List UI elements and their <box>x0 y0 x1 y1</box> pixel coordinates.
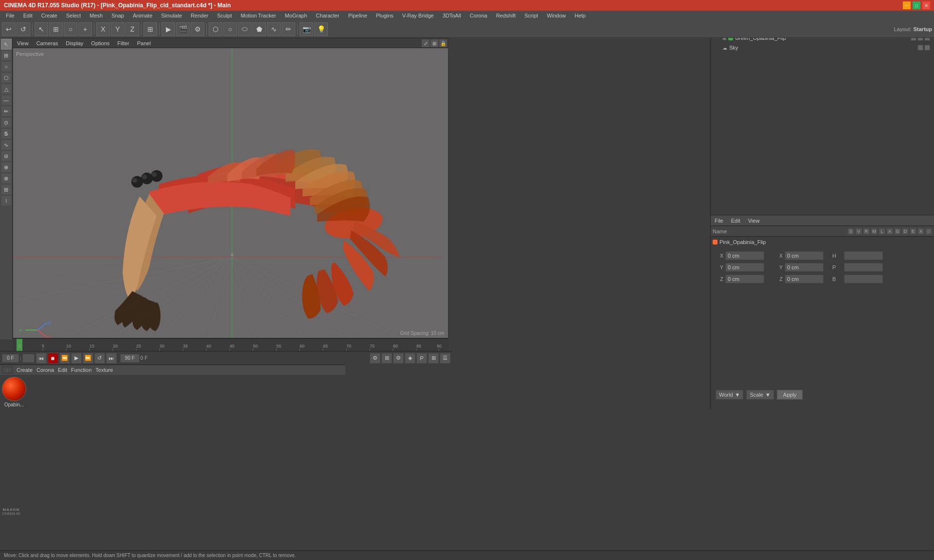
viewport-canvas[interactable]: Perspective <box>13 48 448 338</box>
menu-item-redshift[interactable]: Redshift <box>492 12 520 19</box>
loop-button[interactable]: ↺ <box>94 353 105 364</box>
attr-icon-r[interactable]: R <box>863 228 870 235</box>
left-tool-box[interactable]: ⊞ <box>1 50 12 61</box>
mat-gripper[interactable]: ⋮ <box>2 367 13 373</box>
sketch-button[interactable]: ✏ <box>282 22 295 36</box>
y-pos-input[interactable] <box>725 263 764 272</box>
material-sphere[interactable] <box>2 377 26 401</box>
mat-menu-edit[interactable]: Edit <box>58 367 67 373</box>
playback-settings-btn7[interactable]: ☰ <box>440 353 450 364</box>
attr-menu-edit[interactable]: Edit <box>729 217 742 225</box>
menu-item-animate[interactable]: Animate <box>129 12 156 19</box>
object-mode-button[interactable]: ⊞ <box>144 22 157 36</box>
menu-item-select[interactable]: Select <box>62 12 85 19</box>
maximize-button[interactable]: □ <box>913 1 920 9</box>
viewport-lock-icon[interactable]: 🔒 <box>439 39 447 47</box>
world-dropdown[interactable]: World ▼ <box>716 390 743 400</box>
rotate-tool-button[interactable]: ⊞ <box>49 22 63 36</box>
goto-end-button[interactable]: ⏭ <box>106 353 117 364</box>
menu-item-plugins[interactable]: Plugins <box>372 12 397 19</box>
mat-menu-texture[interactable]: Texture <box>95 367 113 373</box>
attr-pink-opabinia-row[interactable]: Pink_Opabinia_Flip <box>711 237 934 247</box>
current-frame-input[interactable] <box>2 354 19 363</box>
attr-icon-a[interactable]: A <box>886 228 893 235</box>
menu-item-character[interactable]: Character <box>312 12 343 19</box>
left-tool-poly[interactable]: △ <box>1 84 12 94</box>
attr-icon-m[interactable]: M <box>871 228 878 235</box>
playback-settings-btn1[interactable]: ⚙ <box>370 353 380 364</box>
playback-settings-btn2[interactable]: ⊞ <box>381 353 392 364</box>
h-input[interactable] <box>844 251 883 260</box>
close-button[interactable]: ✕ <box>922 1 930 9</box>
playback-settings-btn5[interactable]: P <box>416 353 427 364</box>
fps-input[interactable] <box>22 354 35 363</box>
left-tool-path[interactable]: — <box>1 95 12 105</box>
next-frame-button[interactable]: ⏩ <box>83 353 93 364</box>
menu-item-simulate[interactable]: Simulate <box>157 12 186 19</box>
viewport-expand-icon[interactable]: ⤢ <box>422 39 430 47</box>
plane-button[interactable]: ⬟ <box>252 22 266 36</box>
playback-settings-btn3[interactable]: ⚙ <box>393 353 404 364</box>
left-tool-wave[interactable]: ∿ <box>1 140 12 150</box>
left-tool-s[interactable]: S <box>1 128 12 139</box>
z-rot-input[interactable] <box>785 275 824 283</box>
sphere-button[interactable]: ○ <box>223 22 237 36</box>
z-pos-input[interactable] <box>725 275 764 283</box>
move-tool-button[interactable]: ↖ <box>35 22 48 36</box>
menu-item-mograph[interactable]: MoGraph <box>281 12 311 19</box>
left-tool-move[interactable]: ↖ <box>1 39 12 50</box>
attr-icon-star[interactable]: ☆ <box>925 228 932 235</box>
x-axis-button[interactable]: X <box>96 22 110 36</box>
sky-tag1[interactable] <box>917 45 923 51</box>
left-tool-circle[interactable]: ○ <box>1 61 12 72</box>
viewport-menu-options[interactable]: Options <box>89 40 111 46</box>
left-tool-minus[interactable]: ⊘ <box>1 151 12 161</box>
mat-menu-function[interactable]: Function <box>71 367 91 373</box>
p-input[interactable] <box>844 263 883 272</box>
minimize-button[interactable]: ─ <box>903 1 911 9</box>
cube-button[interactable]: ⬡ <box>209 22 222 36</box>
attr-icon-s[interactable]: S <box>847 228 854 235</box>
scale-dropdown[interactable]: Scale ▼ <box>746 390 773 400</box>
cylinder-button[interactable]: ⬭ <box>238 22 251 36</box>
x-pos-input[interactable] <box>725 251 764 260</box>
y-rot-input[interactable] <box>785 263 824 272</box>
menu-item-window[interactable]: Window <box>543 12 570 19</box>
menu-item-corona[interactable]: Corona <box>466 12 491 19</box>
attr-icon-v[interactable]: V <box>855 228 862 235</box>
z-axis-button[interactable]: Z <box>126 22 139 36</box>
x-rot-input[interactable] <box>785 251 824 260</box>
menu-item-render[interactable]: Render <box>187 12 212 19</box>
prev-frame-button[interactable]: ⏪ <box>59 353 70 364</box>
viewport-menu-panel[interactable]: Panel <box>135 40 153 46</box>
viewport-menu-filter[interactable]: Filter <box>115 40 131 46</box>
y-axis-button[interactable]: Y <box>111 22 125 36</box>
redo-button[interactable]: ↺ <box>17 22 30 36</box>
attr-icon-x[interactable]: X <box>917 228 924 235</box>
mat-menu-create[interactable]: Create <box>17 367 33 373</box>
material-slot[interactable]: Opabin... <box>2 377 26 407</box>
left-tool-grid[interactable]: ⊞ <box>1 184 12 195</box>
playback-settings-btn4[interactable]: ◈ <box>405 353 415 364</box>
menu-item-script[interactable]: Script <box>521 12 542 19</box>
render-view-button[interactable]: 🎬 <box>176 22 190 36</box>
viewport-resize-grip[interactable] <box>449 38 457 338</box>
attr-icon-d[interactable]: D <box>902 228 909 235</box>
left-tool-magnet[interactable]: ⊙ <box>1 117 12 128</box>
attr-menu-file[interactable]: File <box>713 217 725 225</box>
left-tool-plus[interactable]: ⊕ <box>1 162 12 173</box>
attr-icon-l[interactable]: L <box>879 228 885 235</box>
viewport-menu-cameras[interactable]: Cameras <box>35 40 60 46</box>
play-button[interactable]: ▶ <box>71 353 82 364</box>
goto-start-button[interactable]: ⏮ <box>36 353 47 364</box>
light-button[interactable]: 💡 <box>314 22 328 36</box>
menu-item-sculpt[interactable]: Sculpt <box>213 12 236 19</box>
menu-item-pipeline[interactable]: Pipeline <box>344 12 371 19</box>
viewport-menu-view[interactable]: View <box>15 40 31 46</box>
menu-item-snap[interactable]: Snap <box>108 12 128 19</box>
render-button[interactable]: ▶ <box>162 22 175 36</box>
menu-item-help[interactable]: Help <box>571 12 590 19</box>
undo-button[interactable]: ↩ <box>2 22 16 36</box>
menu-item-file[interactable]: File <box>2 12 18 19</box>
spline-button[interactable]: ∿ <box>267 22 281 36</box>
